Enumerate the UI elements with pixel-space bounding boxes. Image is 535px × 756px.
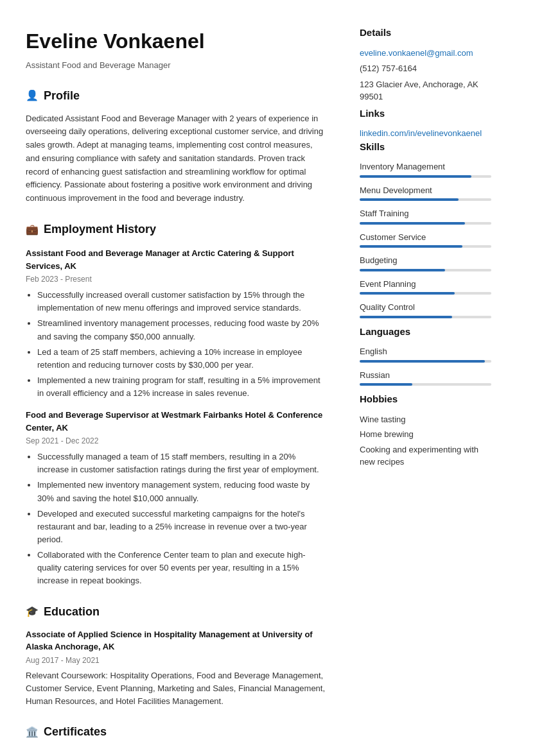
skill-bar-bg-3 xyxy=(360,245,491,248)
education-icon: 🎓 xyxy=(26,604,39,619)
linkedin-link[interactable]: linkedin.com/in/evelinevonkaenel xyxy=(360,127,491,140)
lang-bar-fill-1 xyxy=(360,383,412,386)
hobbies-section: Hobbies Wine tasting Home brewing Cookin… xyxy=(360,392,491,468)
employment-title: Employment History xyxy=(44,221,156,238)
profile-title: Profile xyxy=(44,87,80,105)
languages-title: Languages xyxy=(360,325,491,339)
skill-name-5: Event Planning xyxy=(360,278,491,291)
skill-bar-bg-5 xyxy=(360,292,491,295)
resume-page: Eveline Vonkaenel Assistant Food and Bev… xyxy=(0,0,535,756)
skill-event-planning: Event Planning xyxy=(360,278,491,295)
links-title: Links xyxy=(360,107,491,121)
skill-name-2: Staff Training xyxy=(360,207,491,220)
skill-name-4: Budgeting xyxy=(360,254,491,267)
hobby-2: Cooking and experimenting with new recip… xyxy=(360,443,491,468)
hobby-0: Wine tasting xyxy=(360,413,491,426)
job-2-title: Food and Beverage Supervisor at Westmark… xyxy=(26,409,328,434)
skill-budgeting: Budgeting xyxy=(360,254,491,271)
side-column: Details eveline.vonkaenel@gmail.com (512… xyxy=(347,0,507,756)
skill-quality-control: Quality Control xyxy=(360,301,491,318)
job-1-bullets: Successfully increased overall customer … xyxy=(26,289,328,400)
employment-icon: 💼 xyxy=(26,222,39,237)
details-section: Details eveline.vonkaenel@gmail.com (512… xyxy=(360,26,491,103)
candidate-name: Eveline Vonkaenel xyxy=(26,26,328,56)
links-section: Links linkedin.com/in/evelinevonkaenel xyxy=(360,107,491,140)
skill-staff-training: Staff Training xyxy=(360,207,491,225)
certificates-icon: 🏛️ xyxy=(26,725,39,740)
job-2-bullet-2: Implemented new inventory management sys… xyxy=(37,479,328,504)
lang-bar-fill-0 xyxy=(360,360,485,363)
certificates-header: 🏛️ Certificates xyxy=(26,723,328,741)
detail-phone: (512) 757-6164 xyxy=(360,62,491,75)
lang-bar-bg-1 xyxy=(360,383,491,386)
resume-header: Eveline Vonkaenel Assistant Food and Bev… xyxy=(26,26,328,72)
detail-email[interactable]: eveline.vonkaenel@gmail.com xyxy=(360,47,491,60)
skills-section: Skills Inventory Management Menu Develop… xyxy=(360,140,491,318)
lang-russian: Russian xyxy=(360,369,491,386)
skill-bar-fill-0 xyxy=(360,175,471,178)
certificates-title: Certificates xyxy=(44,723,107,741)
skill-name-6: Quality Control xyxy=(360,301,491,314)
languages-section: Languages English Russian xyxy=(360,325,491,386)
skill-bar-fill-5 xyxy=(360,292,455,295)
job-2: Food and Beverage Supervisor at Westmark… xyxy=(26,409,328,587)
skill-bar-fill-3 xyxy=(360,245,462,248)
skill-bar-fill-4 xyxy=(360,269,445,271)
education-header: 🎓 Education xyxy=(26,603,328,621)
lang-english: English xyxy=(360,345,491,363)
job-1-bullet-1: Successfully increased overall customer … xyxy=(37,289,328,314)
profile-icon: 👤 xyxy=(26,88,39,103)
edu-1-text: Relevant Coursework: Hospitality Operati… xyxy=(26,669,328,708)
edu-entry-1: Associate of Applied Science in Hospital… xyxy=(26,628,328,708)
certificates-section: 🏛️ Certificates xyxy=(26,723,328,741)
job-1-bullet-2: Streamlined inventory management process… xyxy=(37,317,328,343)
skill-bar-bg-0 xyxy=(360,175,491,178)
lang-name-0: English xyxy=(360,345,491,358)
lang-bar-bg-0 xyxy=(360,360,491,363)
skill-bar-bg-2 xyxy=(360,222,491,225)
education-section: 🎓 Education Associate of Applied Science… xyxy=(26,603,328,708)
hobby-1: Home brewing xyxy=(360,428,491,441)
main-column: Eveline Vonkaenel Assistant Food and Bev… xyxy=(0,0,347,756)
job-2-bullet-3: Developed and executed successful market… xyxy=(37,508,328,546)
skill-name-1: Menu Development xyxy=(360,184,491,197)
edu-1-title: Associate of Applied Science in Hospital… xyxy=(26,628,328,653)
details-title: Details xyxy=(360,26,491,40)
skill-bar-bg-6 xyxy=(360,316,491,318)
skill-bar-bg-1 xyxy=(360,198,491,201)
skill-bar-fill-2 xyxy=(360,222,465,225)
skill-name-3: Customer Service xyxy=(360,231,491,244)
job-1: Assistant Food and Beverage Manager at A… xyxy=(26,247,328,400)
job-1-dates: Feb 2023 - Present xyxy=(26,273,328,285)
education-title: Education xyxy=(44,603,100,621)
edu-1-dates: Aug 2017 - May 2021 xyxy=(26,655,328,666)
skill-menu-development: Menu Development xyxy=(360,184,491,202)
job-2-dates: Sep 2021 - Dec 2022 xyxy=(26,435,328,447)
skills-title: Skills xyxy=(360,140,491,155)
employment-header: 💼 Employment History xyxy=(26,221,328,238)
profile-section: 👤 Profile Dedicated Assistant Food and B… xyxy=(26,87,328,206)
job-1-bullet-3: Led a team of 25 staff members, achievin… xyxy=(37,346,328,372)
job-2-bullets: Successfully managed a team of 15 staff … xyxy=(26,451,328,587)
job-2-bullet-4: Collaborated with the Conference Center … xyxy=(37,549,328,587)
skill-name-0: Inventory Management xyxy=(360,160,491,173)
job-2-bullet-1: Successfully managed a team of 15 staff … xyxy=(37,451,328,476)
job-1-title: Assistant Food and Beverage Manager at A… xyxy=(26,247,328,272)
job-1-bullet-4: Implemented a new training program for s… xyxy=(37,374,328,400)
employment-section: 💼 Employment History Assistant Food and … xyxy=(26,221,328,588)
lang-name-1: Russian xyxy=(360,369,491,382)
detail-address: 123 Glacier Ave, Anchorage, AK 99501 xyxy=(360,78,491,103)
profile-header: 👤 Profile xyxy=(26,87,328,105)
skill-customer-service: Customer Service xyxy=(360,231,491,248)
skill-bar-bg-4 xyxy=(360,269,491,271)
hobbies-title: Hobbies xyxy=(360,392,491,407)
skill-bar-fill-1 xyxy=(360,198,459,201)
candidate-title: Assistant Food and Beverage Manager xyxy=(26,59,328,72)
skill-inventory-management: Inventory Management xyxy=(360,160,491,178)
profile-text: Dedicated Assistant Food and Beverage Ma… xyxy=(26,112,328,206)
skill-bar-fill-6 xyxy=(360,316,452,318)
